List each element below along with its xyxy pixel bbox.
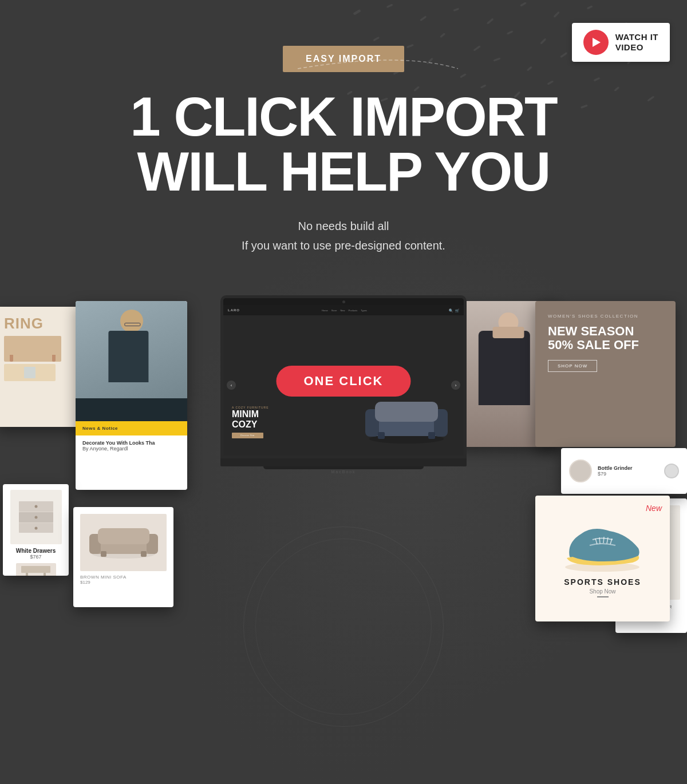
svg-rect-45 — [26, 573, 28, 576]
card-brown-sofa: BROWN MINI SOFA $129 — [73, 507, 173, 607]
svg-rect-52 — [101, 551, 106, 557]
svg-point-42 — [34, 516, 37, 519]
top-section: WATCH IT VIDEO EASY IMPORT 1 CLICK IMPOR… — [0, 0, 687, 278]
one-click-button[interactable]: ONE CLICK — [277, 366, 411, 397]
svg-rect-58 — [375, 402, 438, 422]
watch-video-button[interactable]: WATCH IT VIDEO — [572, 23, 670, 62]
main-headline: 1 CLICK IMPORT WILL HELP YOU — [0, 89, 687, 199]
fashion-content: Decorate You With Looks Tha By Anyone, R… — [76, 435, 187, 456]
main-container: WATCH IT VIDEO EASY IMPORT 1 CLICK IMPOR… — [0, 0, 687, 782]
card-white-drawers: White Drawers $767 — [3, 484, 69, 576]
watch-video-text: WATCH IT VIDEO — [615, 32, 658, 53]
spring-title: RING — [0, 307, 86, 336]
svg-rect-44 — [21, 566, 50, 573]
card-spring: RING — [0, 307, 86, 427]
spring-shelf — [0, 336, 86, 381]
easy-import-badge: EASY IMPORT — [283, 46, 404, 72]
svg-point-43 — [34, 527, 37, 530]
svg-point-41 — [34, 505, 37, 508]
showcase-area: RING — [0, 290, 687, 610]
card-grinder: Bottle Grinder $79 — [561, 448, 687, 494]
svg-rect-51 — [98, 528, 149, 544]
fashion-news-bar: News & Notice — [76, 421, 187, 435]
svg-rect-60 — [428, 432, 435, 439]
svg-rect-46 — [44, 573, 46, 576]
svg-rect-59 — [378, 432, 385, 439]
card-sale: WOMEN'S SHOES COLLECTION NEW SEASON 50% … — [535, 301, 676, 447]
shop-now-button[interactable]: SHOP NOW — [548, 360, 597, 372]
play-icon — [593, 38, 601, 47]
subtitle: No needs build all If you want to use pr… — [0, 216, 687, 255]
laptop-mockup: LARO Home Store New Products Types 🔍 🛒 — [220, 295, 467, 474]
card-fashion: News & Notice Decorate You With Looks Th… — [76, 301, 187, 490]
bottom-spacer — [0, 610, 687, 782]
svg-rect-53 — [141, 551, 147, 557]
play-button-circle[interactable] — [583, 30, 609, 55]
card-shoe: New SPORTS SHOES Shop Now — [535, 496, 670, 621]
